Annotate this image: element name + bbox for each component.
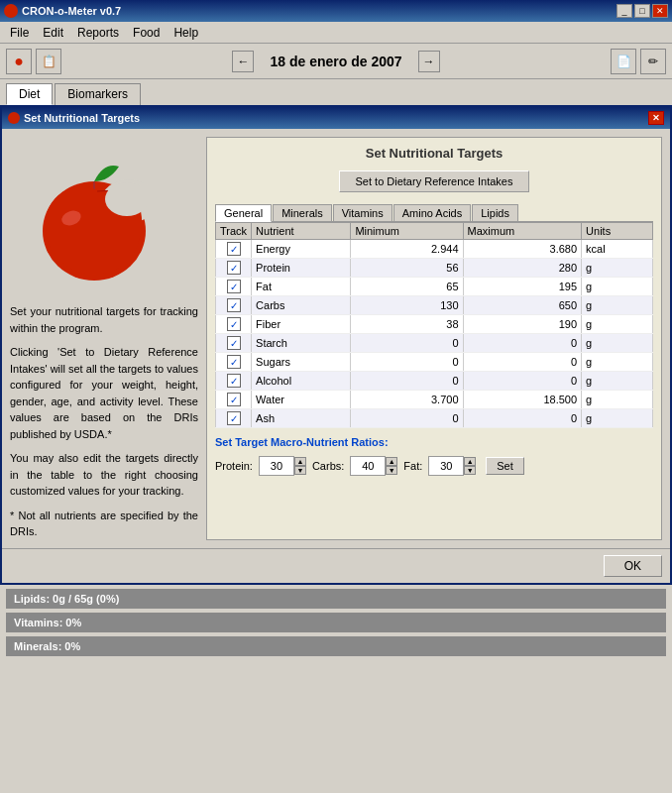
nutrient-min[interactable]: 2.944 bbox=[351, 240, 463, 259]
checkbox-cell[interactable]: ✓ bbox=[216, 315, 252, 334]
tab-biomarkers[interactable]: Biomarkers bbox=[55, 83, 141, 105]
table-row: ✓ Carbs 130 650 g bbox=[216, 296, 653, 315]
ok-button[interactable]: OK bbox=[604, 555, 662, 577]
nutrient-max[interactable]: 280 bbox=[463, 259, 582, 278]
nutrient-max[interactable]: 650 bbox=[463, 296, 582, 315]
toolbar-btn-1[interactable]: ● bbox=[6, 49, 32, 74]
nutrient-min[interactable]: 0 bbox=[351, 353, 463, 372]
sub-tab-amino-acids[interactable]: Amino Acids bbox=[393, 204, 472, 221]
nutrient-min[interactable]: 0 bbox=[351, 409, 463, 428]
checkbox-cell[interactable]: ✓ bbox=[216, 278, 252, 296]
modal-close-button[interactable]: ✕ bbox=[648, 111, 664, 125]
menu-reports[interactable]: Reports bbox=[71, 24, 125, 42]
fat-down[interactable]: ▼ bbox=[464, 466, 476, 475]
nutrient-name: Ash bbox=[252, 409, 351, 428]
protein-up[interactable]: ▲ bbox=[294, 457, 306, 466]
macro-ratios-row: Set Target Macro-Nutrient Ratios: bbox=[215, 436, 653, 448]
nutrient-name: Carbs bbox=[252, 296, 351, 315]
nutrient-min[interactable]: 0 bbox=[351, 334, 463, 353]
minimize-button[interactable]: _ bbox=[616, 4, 632, 18]
checkbox-2[interactable]: ✓ bbox=[227, 280, 241, 293]
checkbox-5[interactable]: ✓ bbox=[227, 336, 241, 350]
carbs-down[interactable]: ▼ bbox=[386, 466, 397, 475]
checkbox-4[interactable]: ✓ bbox=[227, 317, 241, 331]
carbs-input[interactable] bbox=[350, 456, 386, 476]
nutrient-unit: g bbox=[582, 315, 653, 334]
checkbox-cell[interactable]: ✓ bbox=[216, 409, 252, 428]
carbs-up[interactable]: ▲ bbox=[386, 457, 397, 466]
menu-edit[interactable]: Edit bbox=[37, 24, 69, 42]
nutrient-min[interactable]: 38 bbox=[351, 315, 463, 334]
col-nutrient: Nutrient bbox=[252, 223, 351, 240]
modal-title-bar: Set Nutritional Targets ✕ bbox=[2, 107, 670, 129]
nutrient-max[interactable]: 18.500 bbox=[463, 391, 582, 409]
prev-date-button[interactable]: ← bbox=[232, 51, 254, 72]
checkbox-cell[interactable]: ✓ bbox=[216, 259, 252, 278]
close-button[interactable]: ✕ bbox=[652, 4, 668, 18]
nutrient-max[interactable]: 0 bbox=[463, 334, 582, 353]
nutrient-min[interactable]: 0 bbox=[351, 372, 463, 391]
nutrient-name: Fat bbox=[252, 278, 351, 296]
toolbar-icon-2: 📋 bbox=[42, 55, 56, 68]
checkbox-6[interactable]: ✓ bbox=[227, 355, 241, 369]
nutrient-name: Energy bbox=[252, 240, 351, 259]
table-row: ✓ Ash 0 0 g bbox=[216, 409, 653, 428]
modal-title: Set Nutritional Targets bbox=[24, 112, 140, 124]
menu-food[interactable]: Food bbox=[127, 24, 166, 42]
nutrient-min[interactable]: 3.700 bbox=[351, 391, 463, 409]
sub-tab-lipids[interactable]: Lipids bbox=[472, 204, 518, 221]
menu-help[interactable]: Help bbox=[168, 24, 204, 42]
nutrient-max[interactable]: 195 bbox=[463, 278, 582, 296]
checkbox-9[interactable]: ✓ bbox=[227, 411, 241, 425]
next-date-button[interactable]: → bbox=[418, 51, 440, 72]
sub-tab-minerals[interactable]: Minerals bbox=[273, 204, 332, 221]
checkbox-cell[interactable]: ✓ bbox=[216, 240, 252, 259]
vitamins-label: Vitamins: 0% bbox=[14, 617, 81, 628]
tab-diet[interactable]: Diet bbox=[6, 83, 53, 105]
checkbox-0[interactable]: ✓ bbox=[227, 242, 241, 256]
nutrient-max[interactable]: 0 bbox=[463, 409, 582, 428]
set-macro-button[interactable]: Set bbox=[486, 457, 524, 475]
nutrient-name: Starch bbox=[252, 334, 351, 353]
checkbox-cell[interactable]: ✓ bbox=[216, 334, 252, 353]
checkbox-cell[interactable]: ✓ bbox=[216, 391, 252, 409]
carbs-spinner: ▲ ▼ bbox=[350, 456, 397, 476]
nutrient-unit: kcal bbox=[582, 240, 653, 259]
protein-input[interactable] bbox=[259, 456, 294, 476]
nutrient-min[interactable]: 65 bbox=[351, 278, 463, 296]
nutrient-max[interactable]: 190 bbox=[463, 315, 582, 334]
sub-tab-vitamins[interactable]: Vitamins bbox=[333, 204, 392, 221]
description-text: Set your nutritional targets for trackin… bbox=[10, 303, 198, 540]
checkbox-cell[interactable]: ✓ bbox=[216, 353, 252, 372]
protein-down[interactable]: ▼ bbox=[294, 466, 306, 475]
dri-button[interactable]: Set to Dietary Reference Intakes bbox=[339, 170, 530, 192]
nutrient-min[interactable]: 130 bbox=[351, 296, 463, 315]
fat-up[interactable]: ▲ bbox=[464, 457, 476, 466]
toolbar-btn-4[interactable]: ✏ bbox=[640, 49, 666, 74]
checkbox-3[interactable]: ✓ bbox=[227, 298, 241, 312]
lipids-label: Lipids: 0g / 65g (0%) bbox=[14, 593, 119, 605]
modal-dialog: Set Nutritional Targets ✕ bbox=[0, 105, 672, 585]
window-controls: _ □ ✕ bbox=[616, 4, 668, 18]
maximize-button[interactable]: □ bbox=[634, 4, 650, 18]
nutrient-max[interactable]: 3.680 bbox=[463, 240, 582, 259]
checkbox-1[interactable]: ✓ bbox=[227, 261, 241, 275]
menu-file[interactable]: File bbox=[4, 24, 35, 42]
toolbar-btn-2[interactable]: 📋 bbox=[36, 49, 61, 74]
toolbar-btn-3[interactable]: 📄 bbox=[611, 49, 636, 74]
checkbox-cell[interactable]: ✓ bbox=[216, 372, 252, 391]
fat-input[interactable] bbox=[428, 456, 464, 476]
sub-tab-general[interactable]: General bbox=[215, 204, 272, 222]
title-bar-text: CRON-o-Meter v0.7 bbox=[4, 4, 121, 18]
nutrient-max[interactable]: 0 bbox=[463, 372, 582, 391]
table-row: ✓ Protein 56 280 g bbox=[216, 259, 653, 278]
checkbox-7[interactable]: ✓ bbox=[227, 374, 241, 388]
checkbox-cell[interactable]: ✓ bbox=[216, 296, 252, 315]
col-units: Units bbox=[582, 223, 653, 240]
nutrient-min[interactable]: 56 bbox=[351, 259, 463, 278]
nutrient-max[interactable]: 0 bbox=[463, 353, 582, 372]
progress-bar-lipids: Lipids: 0g / 65g (0%) bbox=[6, 589, 666, 609]
nutrient-unit: g bbox=[582, 259, 653, 278]
checkbox-8[interactable]: ✓ bbox=[227, 393, 241, 406]
carbs-label: Carbs: bbox=[312, 460, 344, 472]
